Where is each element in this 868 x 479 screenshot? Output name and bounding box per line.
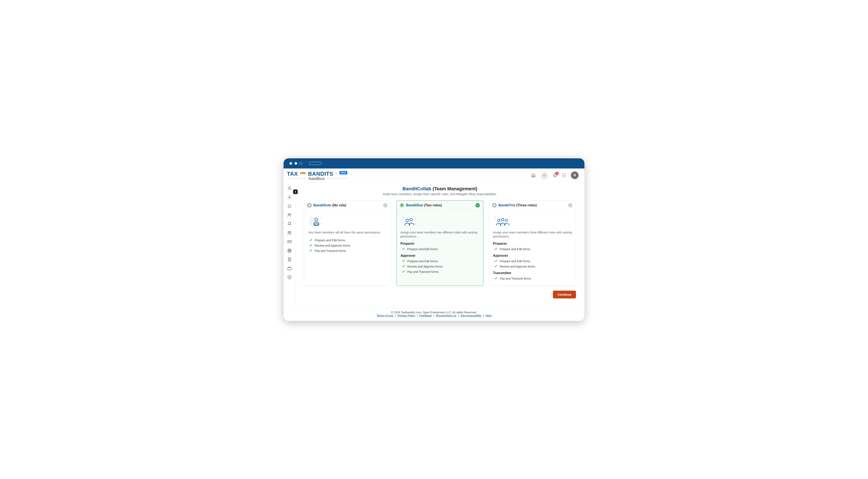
browser-titlebar (283, 158, 585, 169)
footer-link[interactable]: Site Accessibility (461, 314, 482, 317)
plan-card-header: BanditTrio (Three roles) (489, 201, 576, 210)
plan-radio[interactable] (308, 203, 311, 207)
check-icon (494, 259, 498, 263)
footer-link[interactable]: Recommend Us (436, 314, 457, 317)
plan-title: BanditSolo (No role) (313, 203, 346, 207)
logo[interactable]: TAX BANDITS ™ PRO (286, 171, 347, 180)
logo-text-right: BANDITS (308, 171, 333, 177)
briefcase-icon[interactable] (287, 266, 292, 271)
apps-grid-icon[interactable] (562, 173, 566, 177)
feature-item: Pay and Transmit forms (494, 276, 572, 281)
settings-icon[interactable] (287, 195, 292, 200)
check-icon (494, 247, 498, 251)
shield-icon[interactable] (287, 275, 292, 280)
role-name: Approver (401, 254, 479, 258)
plan-cards: BanditSolo (No role)++Your team members … (304, 200, 576, 286)
check-icon (309, 249, 313, 253)
browser-frame: TAX BANDITS ™ PRO (283, 158, 585, 321)
feature-item: Pay and Transmit forms (402, 269, 479, 274)
window-dot[interactable] (289, 162, 292, 165)
svg-point-25 (288, 213, 289, 215)
footer-link[interactable]: Feedback (419, 314, 432, 317)
svg-point-14 (562, 175, 563, 175)
plan-card-body: ++Assign your team members two different… (397, 210, 484, 279)
continue-button[interactable]: Continue (553, 290, 576, 299)
profile-icon[interactable] (287, 186, 292, 191)
plan-title: BanditDuo (Two roles) (406, 203, 442, 207)
svg-point-18 (564, 176, 564, 177)
feature-list: Prepare and Edit formsReview and Approve… (493, 259, 572, 269)
plan-card[interactable]: BanditSolo (No role)++Your team members … (304, 200, 391, 286)
footer-links: Terms of Use | Privacy Policy | Feedback… (283, 314, 585, 317)
notifications-icon[interactable]: 0 (553, 173, 557, 178)
checklist-icon[interactable] (287, 204, 292, 208)
svg-point-15 (564, 175, 564, 175)
footer-copyright: © 2024 TaxBandits.com, Span Enterprises … (283, 311, 585, 314)
document-icon[interactable] (287, 257, 292, 262)
sidebar-expand-button[interactable] (293, 190, 298, 194)
separator: | (482, 314, 486, 317)
plan-selected-badge (568, 203, 572, 207)
svg-point-19 (565, 176, 566, 177)
plan-card[interactable]: BanditDuo (Two roles)++Assign your team … (397, 200, 484, 286)
svg-point-27 (290, 222, 291, 223)
separator: | (457, 314, 461, 317)
bandit-mask-icon (300, 171, 307, 176)
window-dot[interactable] (294, 162, 297, 165)
feature-text: Review and Approve forms (315, 244, 350, 247)
svg-point-30 (289, 234, 290, 235)
role-name: Preparer (493, 242, 572, 245)
svg-point-11 (562, 173, 563, 174)
separator: | (393, 314, 397, 317)
check-icon (402, 270, 405, 274)
plan-name: BanditSolo (313, 203, 332, 207)
svg-rect-40 (287, 268, 291, 270)
url-bar[interactable] (309, 162, 322, 165)
logo-text-left: TAX (287, 171, 298, 177)
logo-subtext: Sandbox (308, 177, 324, 180)
footer-link[interactable]: Privacy Policy (397, 314, 415, 317)
feature-item: Prepare and Edit forms (309, 238, 387, 243)
check-icon (494, 264, 498, 268)
users-manage-icon[interactable] (287, 231, 292, 235)
svg-point-45 (321, 223, 322, 224)
plan-radio[interactable] (400, 203, 404, 207)
user-avatar[interactable]: N (571, 171, 579, 179)
plan-radio[interactable] (493, 203, 496, 207)
feature-text: Review and Approve forms (500, 265, 535, 268)
page-title-brand: BanditCollab (403, 186, 433, 191)
footer-link[interactable]: Terms of Use (377, 314, 394, 317)
check-icon (309, 238, 313, 242)
home-icon[interactable] (531, 173, 536, 178)
feature-text: Prepare and Edit forms (407, 247, 438, 251)
svg-point-16 (565, 175, 566, 175)
svg-point-59 (495, 217, 496, 218)
svg-point-60 (510, 223, 511, 224)
plan-card-body: ++Your team members will all have the sa… (304, 210, 391, 258)
assistant-bot-icon[interactable] (540, 171, 548, 179)
app: TAX BANDITS ™ PRO (283, 169, 585, 321)
topbar-actions: 0 N (531, 171, 579, 179)
window-dot[interactable] (300, 162, 302, 165)
plan-card-header-left: BanditTrio (Three roles) (493, 203, 536, 207)
svg-point-17 (562, 176, 563, 177)
topbar: TAX BANDITS ™ PRO (283, 169, 585, 182)
globe-icon[interactable] (287, 248, 292, 253)
svg-point-28 (288, 231, 289, 233)
feature-item: Review and Approve forms (309, 243, 387, 248)
plan-card-body: ++Assign your team members three differe… (489, 210, 576, 286)
check-icon (402, 259, 405, 263)
team-icon[interactable] (287, 213, 292, 217)
plan-card[interactable]: BanditTrio (Three roles)++Assign your te… (489, 200, 576, 286)
svg-rect-31 (287, 240, 291, 243)
plan-description: Your team members will all have the same… (308, 231, 387, 235)
footer-link[interactable]: Help (486, 314, 491, 317)
alerts-icon[interactable] (287, 221, 292, 226)
plan-roles-label: (Two roles) (424, 203, 442, 207)
feature-item: Pay and Transmit forms (309, 248, 387, 253)
svg-text:+: + (402, 218, 404, 221)
role-name: Preparer (401, 242, 479, 245)
feature-text: Prepare and Edit forms (315, 239, 345, 242)
payment-icon[interactable] (287, 239, 292, 244)
check-icon (402, 264, 405, 268)
